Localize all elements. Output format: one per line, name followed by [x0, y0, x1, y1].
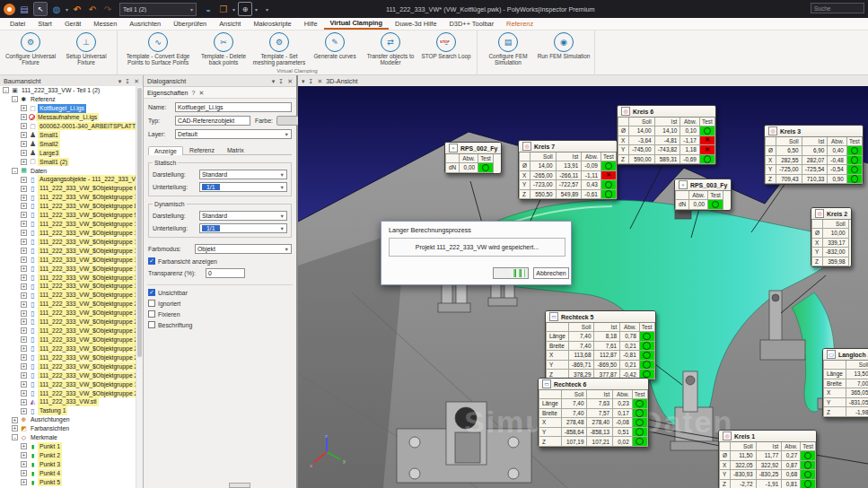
tree-expander[interactable]: + — [21, 452, 27, 458]
tree-expander[interactable]: + — [21, 186, 27, 192]
chevron-down-icon[interactable]: ▾ — [302, 78, 305, 84]
display-options-icon[interactable]: ⊕ — [238, 2, 252, 16]
tree-item-punkt-1[interactable]: +Punkt 1 — [0, 442, 136, 451]
tree-item-111-222-333-vw-objektgruppe-8[interactable]: +111_222_333_VW_$Objektgruppe 8$_ — [0, 202, 136, 211]
tree-item-small1[interactable]: +Small1 — [0, 131, 136, 140]
tree-expander[interactable]: + — [21, 461, 27, 467]
tree-item-punkt-2[interactable]: +Punkt 2 — [0, 451, 136, 460]
ribbon-button-configure-fem-simulation[interactable]: ▤Configure FEM Simulation — [480, 30, 536, 65]
search-input[interactable]: Suche — [811, 3, 864, 13]
dynamic-subdivision-select[interactable]: 1/1▼ — [199, 223, 287, 233]
part-selector[interactable]: Teil 1 (2)▾ — [119, 3, 197, 16]
tree-expander[interactable]: - — [12, 96, 18, 102]
tree-expander[interactable]: + — [21, 372, 27, 379]
tree-expander[interactable]: + — [21, 292, 27, 299]
callout-kreis-2[interactable]: Kreis 2SollØ10,00X339,17Y-832,00Z359,98 — [811, 207, 852, 267]
beschriftung-checkbox[interactable] — [148, 321, 155, 328]
device-icon[interactable]: ❒ — [217, 3, 230, 15]
polyworks-logo-icon[interactable] — [4, 4, 15, 15]
tree-item-111-222-333-vw-objektgruppe-12[interactable]: +111_222_333_VW_$Objektgruppe 12$_ — [0, 229, 136, 238]
tree-item-merkmale[interactable]: -Merkmale — [0, 433, 136, 442]
tree-expander[interactable]: + — [21, 132, 27, 138]
ribbon-button-transfer-objects-to-modeler[interactable]: ⇄Transfer objects to Modeler — [363, 30, 418, 65]
pin-icon[interactable]: ↧ — [309, 78, 314, 84]
tree-expander[interactable]: + — [21, 336, 27, 343]
select-tool-icon[interactable]: ↖ — [33, 2, 48, 16]
tree-item-111-222-333-vw-objektgruppe-21[interactable]: +111_222_333_VW_$Objektgruppe 21$_ — [0, 309, 136, 318]
probe-icon[interactable]: ◒ — [202, 3, 215, 15]
tree-item-messaufnahme-li-igs[interactable]: +Messaufnahme_Li.igs — [0, 113, 136, 122]
pin-icon[interactable]: ↧ — [125, 78, 130, 84]
tree-item-111-222-333-vw-objektgruppe-15[interactable]: +111_222_333_VW_$Objektgruppe 15$_ — [0, 256, 136, 265]
tree-item-punkt-4[interactable]: +Punkt 4 — [0, 469, 136, 478]
tree-expander[interactable]: + — [21, 381, 27, 388]
tree-item-111-222-333-vw-objektgruppe-25[interactable]: +111_222_333_VW_$Objektgruppe 25$_ — [0, 344, 136, 353]
pin-icon[interactable]: ↧ — [278, 78, 284, 84]
callout-rechteck-6[interactable]: Rechteck 6SollIstAbw.TestLänge7,407,630,… — [538, 378, 649, 448]
more-dropdown-icon[interactable]: ▾ — [266, 6, 268, 13]
menu-item-ausrichten[interactable]: Ausrichten — [123, 18, 167, 30]
callout-rps-003-fy[interactable]: RPS_003_FyAbw.TestdN0,00 — [674, 179, 732, 211]
tree-item-111-222-333-vw-objektgruppe-6[interactable]: +111_222_333_VW_$Objektgruppe 6$_ — [0, 184, 136, 193]
tree-item-111-222-333-vw-stl[interactable]: +111_222_333_VW.stl — [0, 397, 136, 406]
ignoriert-checkbox[interactable] — [148, 300, 155, 307]
close-icon[interactable]: ✕ — [198, 90, 204, 96]
help-icon[interactable]: ? — [192, 90, 196, 96]
tree-expander[interactable]: + — [21, 150, 27, 156]
menu-item-berpr-fen[interactable]: Überprüfen — [167, 18, 213, 30]
tree-expander[interactable]: + — [21, 443, 27, 449]
menu-item-duwe-3d-hilfe[interactable]: Duwe-3d Hilfe — [389, 18, 443, 30]
tree-expander[interactable]: + — [21, 266, 27, 272]
ribbon-button-stop-search-loop[interactable]: ↻STOP Search Loop — [418, 30, 474, 59]
tree-item-111-222-333-vw-objektgruppe-28[interactable]: +111_222_333_VW_$Objektgruppe 28$_ — [0, 371, 136, 380]
menu-item-makroskripte[interactable]: Makroskripte — [247, 18, 297, 30]
tree-expander[interactable]: + — [21, 230, 27, 236]
tree-expander[interactable]: - — [12, 434, 18, 440]
callout-rps-002-fy[interactable]: RPS_002_FyAbw.TestdN0,00 — [444, 142, 502, 174]
callout-kreis-1[interactable]: Kreis 1SollIstAbw.TestØ11,5011,770,27X32… — [718, 430, 817, 488]
static-display-select[interactable]: Standard▼ — [199, 170, 287, 179]
tree-item-punkt-3[interactable]: +Punkt 3 — [0, 460, 136, 469]
device-dropdown-icon[interactable]: ▾ — [232, 6, 235, 13]
colorview-checkbox[interactable]: ✓ — [148, 257, 155, 265]
tree-item-111-222-333-vw-objektgruppe-9[interactable]: +111_222_333_VW_$Objektgruppe 9$_ — [0, 211, 136, 220]
tree-expander[interactable]: + — [21, 479, 27, 485]
tree-expander[interactable]: + — [21, 390, 27, 396]
tree-expander[interactable]: + — [21, 221, 27, 227]
globe-dropdown-icon[interactable]: ▾ — [66, 6, 68, 13]
name-input[interactable]: Kotfluegel_Li.igs — [175, 102, 292, 112]
tree-item-large3[interactable]: +Large3 — [0, 148, 136, 157]
tree-item-small2[interactable]: +Small2 — [0, 140, 136, 149]
tree-expander[interactable]: + — [21, 195, 27, 201]
tree-expander[interactable]: + — [21, 257, 27, 263]
panel-bottom-button[interactable] — [229, 483, 250, 488]
tree-expander[interactable]: + — [21, 470, 27, 476]
tree-item-farbansichten[interactable]: +Farbansichten — [0, 424, 136, 433]
static-subdivision-select[interactable]: 1/1▼ — [199, 182, 287, 192]
dynamic-display-select[interactable]: Standard▼ — [199, 211, 287, 221]
tree-expander[interactable]: + — [21, 399, 27, 405]
tree-item-111-222-333-vw-objektgruppe-29[interactable]: +111_222_333_VW_$Objektgruppe 29$_ — [0, 388, 136, 397]
tree-item-daten[interactable]: -Daten — [0, 166, 136, 175]
menu-item-d3d-toolbar[interactable]: D3D++ Toolbar — [443, 18, 501, 30]
tree-item-111-222-333-vw-objektgruppe-14[interactable]: +111_222_333_VW_$Objektgruppe 14$_ — [0, 247, 136, 256]
tab-anzeige[interactable]: Anzeige — [148, 146, 183, 155]
tree-expander[interactable]: + — [21, 345, 27, 352]
tree-item-111-222-333-vw-objektgruppe-22[interactable]: +111_222_333_VW_$Objektgruppe 22$_ — [0, 318, 136, 327]
tree-expander[interactable]: + — [21, 141, 27, 147]
tree-expander[interactable]: - — [3, 87, 9, 93]
tree-item-111-222-333-vw-objektgruppe-24[interactable]: +111_222_333_VW_$Objektgruppe 24$_ — [0, 336, 136, 344]
close-icon[interactable]: ✕ — [287, 78, 293, 84]
tree-scrollbar[interactable] — [136, 86, 143, 488]
tree-item-111-222-333-vw-objektgruppe-13[interactable]: +111_222_333_VW_$Objektgruppe 13$_ — [0, 238, 136, 247]
menu-item-referenz[interactable]: Referenz — [500, 18, 539, 30]
tree-expander[interactable]: + — [21, 310, 27, 317]
ribbon-button-generate-curves[interactable]: ✎Generate curves — [307, 30, 363, 59]
tree-expander[interactable]: + — [21, 318, 27, 325]
tree-expander[interactable]: + — [21, 123, 27, 129]
ribbon-button-template-set-meshing-parameters[interactable]: ⚙Template - Set meshing parameters — [251, 30, 307, 65]
view-globe-icon[interactable]: ◍ — [50, 3, 63, 15]
tree-expander[interactable]: + — [21, 177, 27, 183]
ribbon-button-setup-universal-fixture[interactable]: ⊥Setup Universal Fixture — [58, 30, 114, 65]
undo-multi-icon[interactable]: ↶ — [86, 3, 99, 15]
